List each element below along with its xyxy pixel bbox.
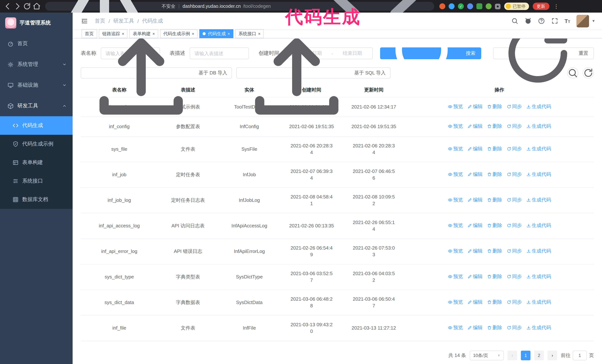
search-button[interactable]: 搜索 [380,47,481,59]
close-icon[interactable]: × [192,32,194,36]
prev-page-button[interactable]: ‹ [507,351,517,360]
sidebar-item-devtools[interactable]: 研发工具 [0,95,73,116]
sidebar-item-infra[interactable]: 基础设施 [0,75,73,95]
delete-link[interactable]: 删除 [487,103,502,110]
preview-link[interactable]: 预览 [448,273,463,280]
edit-link[interactable]: 编辑 [467,248,483,254]
delete-link[interactable]: 删除 [487,248,502,254]
sidebar-item-system[interactable]: 系统管理 [0,54,73,75]
refresh-table-button[interactable] [583,67,594,79]
toggle-search-button[interactable] [567,67,578,79]
preview-link[interactable]: 预览 [448,222,463,229]
close-icon[interactable]: × [258,32,261,36]
sync-link[interactable]: 同步 [507,273,522,280]
edit-link[interactable]: 编辑 [467,299,483,305]
generate-link[interactable]: 生成代码 [526,273,551,280]
browser-menu-icon[interactable]: ⋮ [554,3,559,9]
sidebar-logo[interactable]: 芋道管理系统 [0,13,73,33]
page-button-2[interactable]: 2 [534,351,544,360]
sidebar-item-db-doc[interactable]: 数据库文档 [0,190,73,209]
close-icon[interactable]: × [122,32,124,36]
delete-link[interactable]: 删除 [487,222,502,229]
sidebar-item-home[interactable]: 首页 [0,33,73,54]
page-size-select[interactable]: 10条/页 ▼ [470,351,504,360]
goto-page-input[interactable] [573,351,587,360]
sync-link[interactable]: 同步 [507,299,522,305]
extension-icon-leaf[interactable] [486,3,492,9]
github-icon[interactable] [525,17,532,24]
sync-link[interactable]: 同步 [507,171,522,178]
extension-icon-green-square[interactable] [476,3,482,9]
extensions-puzzle-icon[interactable] [495,3,501,9]
extension-icon-check[interactable]: ✓ [458,3,464,9]
generate-link[interactable]: 生成代码 [526,123,551,130]
breadcrumb-item[interactable]: 首页 [95,18,105,24]
preview-link[interactable]: 预览 [448,123,463,130]
delete-link[interactable]: 删除 [487,299,502,305]
preview-link[interactable]: 预览 [448,171,463,178]
tab-tracer[interactable]: 链路追踪× [99,29,128,38]
sync-link[interactable]: 同步 [507,146,522,152]
close-icon[interactable]: × [152,32,155,36]
delete-link[interactable]: 删除 [487,171,502,178]
user-menu[interactable]: ▼ [576,15,595,27]
edit-link[interactable]: 编辑 [467,123,483,130]
table-desc-input[interactable] [190,47,249,59]
edit-link[interactable]: 编辑 [467,222,483,229]
tab-system-api[interactable]: 系统接口× [235,29,264,38]
tab-form-builder[interactable]: 表单构建× [129,29,158,38]
preview-link[interactable]: 预览 [448,103,463,110]
paused-badge[interactable]: 已暂停 [504,3,529,10]
close-icon[interactable]: × [228,32,230,36]
delete-link[interactable]: 删除 [487,324,502,331]
preview-link[interactable]: 预览 [448,299,463,305]
extension-icon-orange[interactable] [439,3,445,9]
extension-icon-droplet[interactable] [449,3,455,9]
generate-link[interactable]: 生成代码 [526,146,551,152]
sidebar-item-system-api[interactable]: 系统接口 [0,172,73,190]
search-icon[interactable] [511,17,518,24]
sync-link[interactable]: 同步 [507,324,522,331]
font-size-icon[interactable]: TT [565,18,570,24]
tab-codegen-example[interactable]: 代码生成示例× [160,29,198,38]
generate-link[interactable]: 生成代码 [526,299,551,305]
tab-codegen[interactable]: 代码生成× [200,29,233,38]
sidebar-item-codegen[interactable]: 代码生成 [0,116,73,135]
generate-link[interactable]: 生成代码 [526,103,551,110]
delete-link[interactable]: 删除 [487,197,502,203]
reload-icon[interactable] [23,2,31,10]
sync-link[interactable]: 同步 [507,123,522,130]
delete-link[interactable]: 删除 [487,123,502,130]
edit-link[interactable]: 编辑 [467,146,483,152]
generate-link[interactable]: 生成代码 [526,222,551,229]
next-page-button[interactable]: › [548,351,557,360]
generate-link[interactable]: 生成代码 [526,171,551,178]
home-icon[interactable] [32,2,41,10]
preview-link[interactable]: 预览 [448,146,463,152]
address-bar[interactable]: 不安全 | dashboard.yudao.iocoder.cn/tool/co… [45,2,434,11]
fullscreen-icon[interactable] [551,17,558,24]
edit-link[interactable]: 编辑 [467,324,483,331]
forward-icon[interactable] [13,2,22,10]
delete-link[interactable]: 删除 [487,146,502,152]
page-button-1[interactable]: 1 [521,351,530,360]
generate-link[interactable]: 生成代码 [526,248,551,254]
sync-link[interactable]: 同步 [507,103,522,110]
preview-link[interactable]: 预览 [448,197,463,203]
import-db-button[interactable]: 基于 DB 导入 [81,67,232,79]
import-sql-button[interactable]: 基于 SQL 导入 [236,67,391,79]
sidebar-item-form-builder[interactable]: 表单构建 [0,153,73,172]
preview-link[interactable]: 预览 [448,324,463,331]
reset-button[interactable]: 重置 [493,47,594,59]
generate-link[interactable]: 生成代码 [526,324,551,331]
generate-link[interactable]: 生成代码 [526,197,551,203]
edit-link[interactable]: 编辑 [467,103,483,110]
edit-link[interactable]: 编辑 [467,273,483,280]
breadcrumb-item[interactable]: 研发工具 [113,18,134,24]
sync-link[interactable]: 同步 [507,222,522,229]
help-icon[interactable] [538,17,545,24]
sidebar-item-codegen-example[interactable]: 代码生成示例 [0,135,73,153]
sync-link[interactable]: 同步 [507,197,522,203]
preview-link[interactable]: 预览 [448,248,463,254]
back-icon[interactable] [4,2,12,10]
